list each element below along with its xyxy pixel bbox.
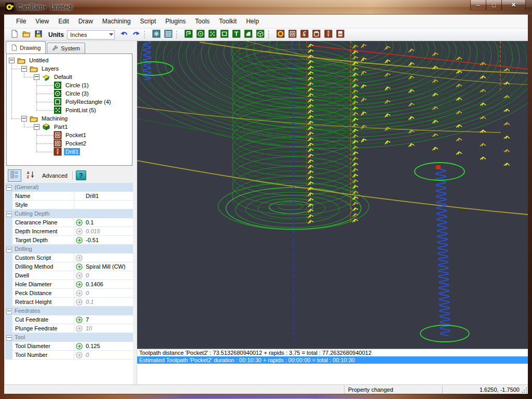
- property-row-tool-diameter[interactable]: Tool Diameter0.125: [5, 342, 133, 351]
- property-row-name[interactable]: NameDrill1: [5, 192, 133, 201]
- property-value[interactable]: 0: [86, 352, 89, 358]
- property-row-retract-height[interactable]: Retract Height0.1: [5, 298, 133, 307]
- property-value[interactable]: 0.015: [86, 228, 100, 234]
- property-row-style[interactable]: Style: [5, 201, 133, 209]
- menu-script[interactable]: Script: [136, 15, 161, 28]
- property-value[interactable]: Drill1: [86, 193, 99, 199]
- resize-grip[interactable]: [521, 387, 527, 393]
- machine-profile-button[interactable]: [274, 30, 286, 40]
- menu-help[interactable]: Help: [242, 15, 264, 28]
- tree-item-polyrectangle-4[interactable]: PolyRectangle (4): [54, 98, 112, 106]
- new-file-button[interactable]: [8, 30, 20, 40]
- machine-engrave-button[interactable]: [298, 30, 310, 40]
- property-row-dwell[interactable]: Dwell0: [5, 271, 133, 280]
- machine-drill-button[interactable]: [322, 30, 334, 40]
- save-file-button[interactable]: [32, 30, 44, 40]
- tree-item-pocket2[interactable]: Pocket2: [54, 139, 88, 148]
- property-row-drilling-method[interactable]: Drilling MethodSpiral Mill (CW): [5, 262, 133, 271]
- machine-lathe-button[interactable]: [310, 30, 322, 40]
- property-row-custom-script[interactable]: Custom Script: [5, 254, 133, 262]
- units-dropdown[interactable]: Inches: [67, 30, 115, 39]
- menu-edit[interactable]: Edit: [54, 15, 74, 28]
- menu-toolkit[interactable]: Toolkit: [215, 15, 242, 28]
- property-category-drilling[interactable]: Drilling: [5, 245, 133, 254]
- menu-tools[interactable]: Tools: [191, 15, 215, 28]
- property-value[interactable]: 0.1: [86, 219, 94, 225]
- alphabetical-sort-button[interactable]: AZ: [24, 169, 37, 182]
- message-item[interactable]: Toolpath distance 'Pocket2' : 73.5132680…: [137, 349, 528, 356]
- category-collapse-box[interactable]: [6, 211, 12, 217]
- category-collapse-box[interactable]: [6, 185, 12, 191]
- menu-draw[interactable]: Draw: [74, 15, 98, 28]
- viewport-canvas[interactable]: [137, 41, 528, 349]
- property-value[interactable]: 0: [86, 290, 89, 296]
- category-collapse-box[interactable]: [6, 335, 12, 341]
- tab-system[interactable]: System: [47, 43, 85, 54]
- property-category-general[interactable]: (General): [5, 183, 133, 192]
- undo-button[interactable]: [118, 30, 130, 40]
- property-value[interactable]: 0: [86, 272, 89, 278]
- tree-item-part1[interactable]: Part1: [34, 123, 69, 131]
- tree-item-machining[interactable]: Machining: [21, 114, 69, 123]
- property-category-cutting-depth[interactable]: Cutting Depth: [5, 209, 133, 218]
- tree-item-circle-1[interactable]: Circle (1): [54, 81, 90, 89]
- property-value[interactable]: 0.1406: [86, 281, 103, 287]
- maximize-button[interactable]: □: [486, 0, 502, 10]
- menu-plugins[interactable]: Plugins: [161, 15, 190, 28]
- property-value[interactable]: 0.125: [86, 343, 100, 349]
- machine-pocket-button[interactable]: [286, 30, 298, 40]
- titlebar[interactable]: CamBam+ Untitled ─□✕: [0, 0, 532, 15]
- redo-button[interactable]: [130, 30, 142, 40]
- draw-surface-button[interactable]: [242, 30, 254, 40]
- tree-item-drill1[interactable]: Drill1: [54, 148, 80, 156]
- property-row-depth-increment[interactable]: Depth Increment0.015: [5, 227, 133, 236]
- property-row-peck-distance[interactable]: Peck Distance0: [5, 289, 133, 298]
- tree-item-layers[interactable]: Layers: [21, 64, 60, 73]
- tree-item-pocket1[interactable]: Pocket1: [54, 131, 88, 139]
- tree-item-untitled[interactable]: Untitled: [9, 56, 50, 64]
- toggle-endpoints-button[interactable]: [150, 30, 162, 40]
- property-category-tool[interactable]: Tool: [5, 333, 133, 342]
- property-category-feedrates[interactable]: Feedrates: [5, 307, 133, 315]
- tree-item-circle-3[interactable]: Circle (3): [54, 89, 90, 98]
- tab-drawing[interactable]: Drawing: [6, 41, 46, 54]
- machine-gcode-button[interactable]: NC: [334, 30, 346, 40]
- property-value[interactable]: 10: [86, 325, 92, 331]
- tree-item-pointlist-5[interactable]: PointList (5): [54, 106, 98, 114]
- category-collapse-box[interactable]: [6, 309, 12, 314]
- property-value[interactable]: Spiral Mill (CW): [86, 263, 125, 270]
- menu-view[interactable]: View: [31, 15, 54, 28]
- tree-expand-box[interactable]: [9, 58, 15, 63]
- categorized-view-button[interactable]: [8, 169, 21, 182]
- property-row-tool-number[interactable]: Tool Number0: [5, 351, 133, 360]
- property-value[interactable]: 7: [86, 316, 89, 323]
- close-button[interactable]: ✕: [501, 0, 526, 10]
- tree-item-default[interactable]: Default: [34, 73, 74, 81]
- tree-expand-box[interactable]: [21, 66, 27, 72]
- draw-rectangle-button[interactable]: [218, 30, 230, 40]
- open-file-button[interactable]: [20, 30, 32, 40]
- tree-expand-box[interactable]: [34, 74, 39, 80]
- draw-text-button[interactable]: [230, 30, 242, 40]
- toggle-grid-button[interactable]: [162, 30, 174, 40]
- draw-polyline-button[interactable]: [182, 30, 194, 40]
- property-row-hole-diameter[interactable]: Hole Diameter0.1406: [5, 280, 133, 289]
- advanced-button[interactable]: Advanced: [42, 172, 68, 179]
- tree-expand-box[interactable]: [21, 116, 27, 122]
- tree-expand-box[interactable]: [34, 124, 39, 130]
- draw-3d-button[interactable]: [254, 30, 266, 40]
- property-value[interactable]: 0.1: [86, 299, 94, 305]
- message-item[interactable]: Estimated Toolpath 'Pocket2' duration : …: [137, 356, 528, 364]
- draw-pointlist-button[interactable]: [206, 30, 218, 40]
- menu-machining[interactable]: Machining: [98, 15, 136, 28]
- category-collapse-box[interactable]: [6, 247, 12, 252]
- property-value[interactable]: -0.51: [86, 237, 99, 243]
- draw-circle-button[interactable]: [194, 30, 206, 40]
- property-row-cut-feedrate[interactable]: Cut Feedrate7: [5, 315, 133, 324]
- property-row-target-depth[interactable]: Target Depth-0.51: [5, 236, 133, 245]
- menu-file[interactable]: File: [11, 15, 31, 28]
- minimize-button[interactable]: ─: [470, 0, 486, 10]
- property-row-clearance-plane[interactable]: Clearance Plane0.1: [5, 218, 133, 227]
- help-button[interactable]: ?: [76, 170, 86, 180]
- property-row-plunge-feedrate[interactable]: Plunge Feedrate10: [5, 324, 133, 333]
